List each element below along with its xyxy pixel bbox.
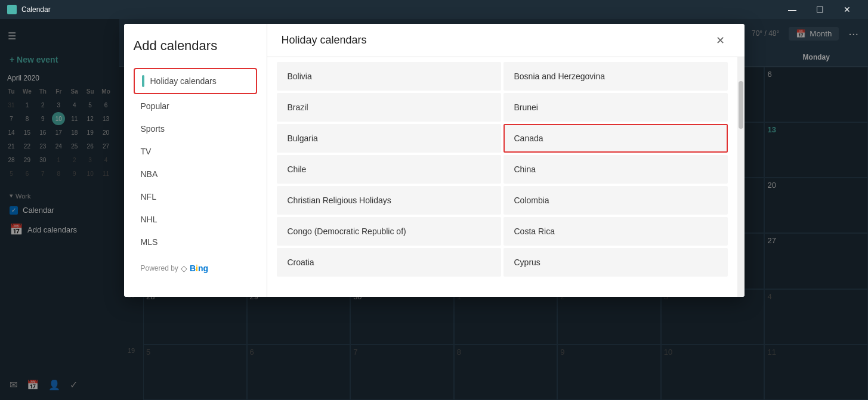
add-calendars-dialog: Add calendars Holiday calendars Popular … (124, 24, 745, 297)
calendar-item-cyprus[interactable]: Cyprus (503, 248, 728, 277)
calendar-item-china[interactable]: China (503, 155, 728, 184)
dialog-right-title: Holiday calendars (282, 34, 367, 46)
calendar-item-bolivia[interactable]: Bolivia (277, 62, 501, 91)
dialog-left-panel: Add calendars Holiday calendars Popular … (124, 24, 267, 297)
dialog-right-panel: Holiday calendars ✕ Bolivia Bosnia and H… (267, 24, 745, 297)
calendar-list: Bolivia Bosnia and Herzegovina Brazil Br… (267, 57, 737, 297)
app-title: Calendar (21, 5, 51, 14)
maximize-button[interactable]: ☐ (806, 0, 833, 19)
nav-item-nhl[interactable]: NHL (134, 209, 257, 230)
calendar-item-bulgaria[interactable]: Bulgaria (277, 124, 501, 153)
app-icon (7, 5, 17, 14)
nav-item-nba-label: NBA (141, 169, 158, 179)
nav-item-mls-label: MLS (141, 237, 158, 247)
powered-by: Powered by ◇ Bing (134, 254, 257, 283)
nav-item-sports[interactable]: Sports (134, 118, 257, 139)
nav-item-tv[interactable]: TV (134, 141, 257, 162)
nav-item-nba[interactable]: NBA (134, 163, 257, 185)
dialog-close-button[interactable]: ✕ (711, 31, 730, 50)
minimize-button[interactable]: — (779, 0, 806, 19)
nav-item-nfl[interactable]: NFL (134, 186, 257, 207)
calendar-item-brunei[interactable]: Brunei (503, 93, 728, 122)
nav-item-popular-label: Popular (141, 101, 169, 111)
scrollbar-thumb[interactable] (739, 81, 743, 129)
bing-logo: Bing (190, 263, 208, 273)
holiday-accent (142, 75, 144, 87)
nav-item-nfl-label: NFL (141, 192, 156, 201)
nav-item-popular[interactable]: Popular (134, 95, 257, 117)
calendar-item-christian[interactable]: Christian Religious Holidays (277, 186, 501, 215)
nav-item-tv-label: TV (141, 147, 152, 156)
calendar-item-bosnia[interactable]: Bosnia and Herzegovina (503, 62, 728, 91)
nav-item-sports-label: Sports (141, 124, 165, 134)
dialog-right-header: Holiday calendars ✕ (267, 24, 745, 57)
calendar-item-costa-rica[interactable]: Costa Rica (503, 217, 728, 246)
dialog-overlay: Add calendars Holiday calendars Popular … (0, 19, 868, 400)
nav-item-holiday[interactable]: Holiday calendars (134, 68, 257, 94)
titlebar-controls: — ☐ ✕ (779, 0, 861, 19)
calendar-item-colombia[interactable]: Colombia (503, 186, 728, 215)
calendar-item-congo[interactable]: Congo (Democratic Republic of) (277, 217, 501, 246)
calendar-item-brazil[interactable]: Brazil (277, 93, 501, 122)
calendar-item-chile[interactable]: Chile (277, 155, 501, 184)
dialog-title: Add calendars (134, 38, 257, 54)
nav-item-mls[interactable]: MLS (134, 231, 257, 253)
nav-item-nhl-label: NHL (141, 215, 157, 224)
calendar-grid: Bolivia Bosnia and Herzegovina Brazil Br… (277, 62, 728, 277)
nav-item-holiday-label: Holiday calendars (150, 76, 217, 86)
calendar-item-croatia[interactable]: Croatia (277, 248, 501, 277)
titlebar-left: Calendar (7, 5, 51, 14)
calendar-item-canada[interactable]: Canada (503, 124, 728, 153)
close-button[interactable]: ✕ (833, 0, 861, 19)
titlebar: Calendar — ☐ ✕ (0, 0, 868, 19)
scrollbar[interactable] (737, 57, 745, 297)
